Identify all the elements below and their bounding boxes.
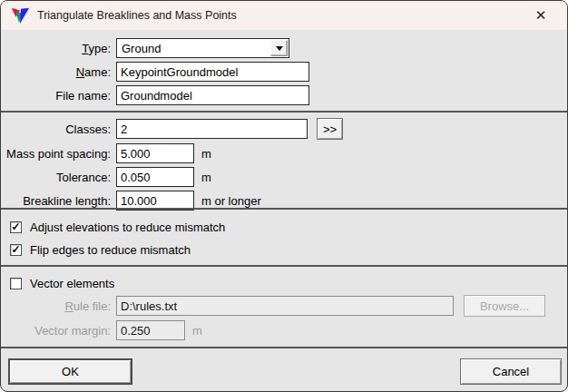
flip-edges-row: ✓ Flip edges to reduce mismatch <box>10 242 191 257</box>
vector-margin-unit: m <box>192 324 202 338</box>
vector-margin-label: Vector margin: <box>1 324 111 338</box>
check-icon: ✓ <box>11 245 20 254</box>
type-combobox-value: Ground <box>122 42 161 55</box>
ok-button[interactable]: OK <box>8 358 132 385</box>
rule-file-row: Rule file: Browse... <box>1 296 545 316</box>
window-title: Triangulate Breaklines and Mass Points <box>37 9 237 22</box>
file-name-row: File name: <box>1 85 309 105</box>
classes-expand-button[interactable]: >> <box>317 118 343 140</box>
flip-edges-checkbox[interactable]: ✓ <box>10 244 22 256</box>
file-name-input[interactable] <box>116 85 309 105</box>
type-label: Type: <box>1 42 111 55</box>
type-combobox[interactable]: Ground <box>116 38 289 58</box>
vector-margin-input[interactable] <box>116 320 185 340</box>
vector-elements-label[interactable]: Vector elements <box>30 277 114 290</box>
name-input[interactable] <box>116 62 309 82</box>
flip-edges-label[interactable]: Flip edges to reduce mismatch <box>30 243 191 257</box>
type-row: Type: Ground <box>1 38 289 58</box>
cancel-button[interactable]: Cancel <box>460 358 562 385</box>
name-label: Name: <box>1 65 111 79</box>
breakline-length-label: Breakline length: <box>1 194 111 208</box>
adjust-elevations-checkbox[interactable]: ✓ <box>10 221 22 233</box>
mass-point-spacing-row: Mass point spacing: m <box>1 143 211 163</box>
close-icon[interactable]: ✕ <box>527 1 554 30</box>
file-name-label: File name: <box>1 89 111 103</box>
rule-file-input[interactable] <box>116 296 454 316</box>
separator <box>1 208 567 210</box>
mass-point-spacing-input[interactable] <box>116 143 194 163</box>
tolerance-label: Tolerance: <box>1 171 111 184</box>
vector-elements-row: Vector elements <box>10 276 114 290</box>
separator <box>1 347 567 348</box>
breakline-length-unit: m or longer <box>201 194 261 208</box>
separator <box>1 265 567 267</box>
separator <box>1 111 567 113</box>
classes-label: Classes: <box>1 122 111 136</box>
tolerance-input[interactable] <box>116 167 194 187</box>
classes-row: Classes: >> <box>1 119 343 139</box>
mass-point-spacing-unit: m <box>201 147 211 161</box>
terramodeler-triangle-icon <box>10 5 30 25</box>
check-icon: ✓ <box>11 222 20 231</box>
tolerance-row: Tolerance: m <box>1 167 211 187</box>
title-bar: Triangulate Breaklines and Mass Points ✕ <box>1 1 567 30</box>
tolerance-unit: m <box>201 171 211 184</box>
name-row: Name: <box>1 62 309 82</box>
browse-button[interactable]: Browse... <box>464 295 545 317</box>
chevron-down-icon[interactable] <box>270 40 288 56</box>
rule-file-label: Rule file: <box>1 299 111 313</box>
dialog-window: Triangulate Breaklines and Mass Points ✕… <box>0 0 568 392</box>
mass-point-spacing-label: Mass point spacing: <box>1 147 111 161</box>
adjust-elevations-row: ✓ Adjust elevations to reduce mismatch <box>10 220 225 234</box>
classes-input[interactable] <box>116 119 308 139</box>
vector-elements-checkbox[interactable] <box>10 278 22 289</box>
vector-margin-row: Vector margin: m <box>1 320 202 340</box>
adjust-elevations-label[interactable]: Adjust elevations to reduce mismatch <box>30 220 225 234</box>
